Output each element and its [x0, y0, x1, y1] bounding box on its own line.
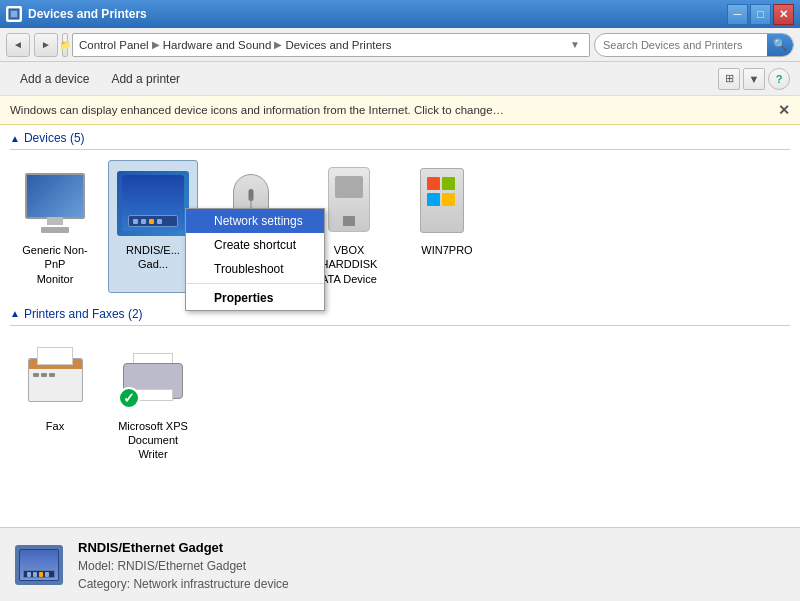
titlebar-icon [6, 6, 22, 22]
win7-icon [407, 167, 487, 239]
addressbar: ◄ ► 📁 Control Panel ▶ Hardware and Sound… [0, 28, 800, 62]
printers-section-header[interactable]: ▲ Printers and Faxes (2) [10, 301, 790, 325]
svg-rect-3 [201, 214, 207, 220]
devices-section-label: Devices (5) [24, 131, 85, 145]
devices-grid: Generic Non-PnPMonitor [10, 156, 790, 301]
svg-rect-5 [201, 222, 207, 228]
add-printer-button[interactable]: Add a printer [101, 69, 190, 89]
view-options-button[interactable]: ⊞ [718, 68, 740, 90]
xps-printer-label: Microsoft XPSDocument Writer [113, 419, 193, 462]
context-menu-network-settings[interactable]: Network settings [186, 209, 324, 233]
add-device-button[interactable]: Add a device [10, 69, 99, 89]
create-shortcut-label: Create shortcut [214, 238, 296, 252]
titlebar: Devices and Printers ─ □ ✕ [0, 0, 800, 28]
svg-rect-4 [193, 222, 199, 228]
network-settings-label: Network settings [214, 214, 303, 228]
search-button[interactable]: 🔍 [767, 33, 793, 57]
device-fax[interactable]: Fax [10, 336, 100, 469]
titlebar-controls: ─ □ ✕ [727, 4, 794, 25]
device-monitor[interactable]: Generic Non-PnPMonitor [10, 160, 100, 293]
troubleshoot-label: Troubleshoot [214, 262, 284, 276]
minimize-button[interactable]: ─ [727, 4, 748, 25]
content-area: ▲ Devices (5) Generic Non-PnPMonitor [0, 125, 800, 527]
breadcrumb-item-1: Control Panel [79, 39, 149, 51]
printers-divider [10, 325, 790, 326]
context-menu: Network settings Create shortcut Trouble… [185, 208, 325, 311]
win7pro-label: WIN7PRO [421, 243, 472, 257]
rndis-icon [113, 167, 193, 239]
default-printer-badge: ✓ [118, 387, 140, 409]
statusbar-model: Model: RNDIS/Ethernet Gadget [78, 559, 289, 573]
model-label: Model: [78, 559, 114, 573]
search-bar: 🔍 [594, 33, 794, 57]
printers-grid: Fax ✓ Microsoft XPSDocument Writer [10, 332, 790, 477]
infobar-message: Windows can display enhanced device icon… [10, 104, 504, 116]
search-input[interactable] [595, 39, 767, 51]
properties-label: Properties [214, 291, 273, 305]
device-xps-printer[interactable]: ✓ Microsoft XPSDocument Writer [108, 336, 198, 469]
close-button[interactable]: ✕ [773, 4, 794, 25]
toolbar: Add a device Add a printer ⊞ ▼ ? [0, 62, 800, 96]
svg-rect-2 [193, 214, 199, 220]
statusbar-info: RNDIS/Ethernet Gadget Model: RNDIS/Ether… [78, 540, 289, 591]
breadcrumb[interactable]: Control Panel ▶ Hardware and Sound ▶ Dev… [72, 33, 590, 57]
devices-section-header[interactable]: ▲ Devices (5) [10, 125, 790, 149]
statusbar-device-name: RNDIS/Ethernet Gadget [78, 540, 289, 555]
breadcrumb-arrow-2: ▶ [274, 39, 282, 50]
monitor-icon [15, 167, 95, 239]
infobar-close-button[interactable]: ✕ [778, 102, 790, 118]
context-menu-troubleshoot[interactable]: Troubleshoot [186, 257, 324, 281]
category-label: Category: [78, 577, 130, 591]
view-dropdown-button[interactable]: ▼ [743, 68, 765, 90]
back-button[interactable]: ◄ [6, 33, 30, 57]
monitor-label: Generic Non-PnPMonitor [15, 243, 95, 286]
printer-icon: ✓ [113, 343, 193, 415]
titlebar-title: Devices and Printers [28, 7, 727, 21]
rndis-label: RNDIS/E...Gad... [126, 243, 180, 272]
breadcrumb-item-2: Hardware and Sound [163, 39, 272, 51]
fax-label: Fax [46, 419, 64, 433]
devices-collapse-arrow: ▲ [10, 133, 20, 144]
infobar: Windows can display enhanced device icon… [0, 96, 800, 125]
context-menu-separator [186, 283, 324, 284]
help-button[interactable]: ? [768, 68, 790, 90]
maximize-button[interactable]: □ [750, 4, 771, 25]
context-menu-create-shortcut[interactable]: Create shortcut [186, 233, 324, 257]
category-value: Network infrastructure device [133, 577, 288, 591]
printers-section-label: Printers and Faxes (2) [24, 307, 143, 321]
statusbar-device-icon [15, 545, 63, 585]
model-value: RNDIS/Ethernet Gadget [117, 559, 246, 573]
main-content: ▲ Devices (5) Generic Non-PnPMonitor [0, 125, 800, 527]
forward-button[interactable]: ► [34, 33, 58, 57]
breadcrumb-item-3: Devices and Printers [285, 39, 391, 51]
devices-divider [10, 149, 790, 150]
network-settings-icon [192, 213, 208, 229]
context-menu-properties[interactable]: Properties [186, 286, 324, 310]
folder-icon: 📁 [62, 33, 68, 57]
device-win7pro[interactable]: WIN7PRO [402, 160, 492, 293]
fax-icon [15, 343, 95, 415]
breadcrumb-arrow-1: ▶ [152, 39, 160, 50]
printers-collapse-arrow: ▲ [10, 308, 20, 319]
statusbar-category: Category: Network infrastructure device [78, 577, 289, 591]
statusbar: RNDIS/Ethernet Gadget Model: RNDIS/Ether… [0, 527, 800, 601]
svg-rect-1 [11, 11, 17, 17]
breadcrumb-dropdown[interactable]: ▼ [570, 39, 580, 50]
